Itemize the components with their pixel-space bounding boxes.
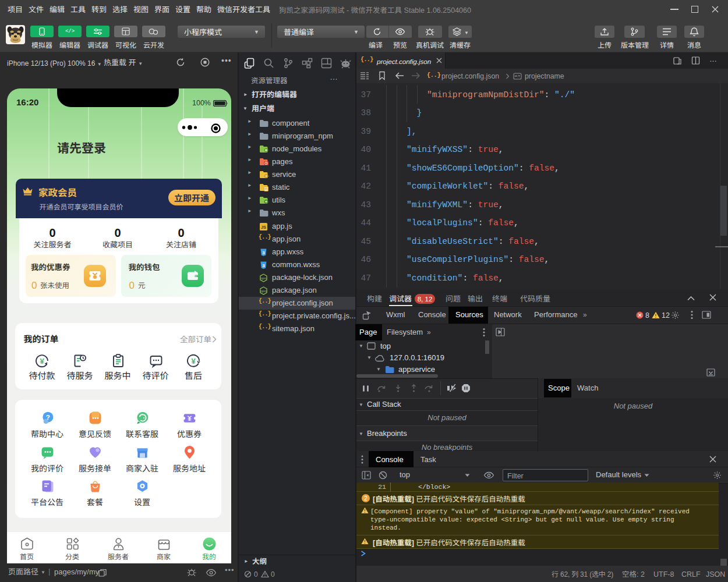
svg-text:3: 3	[262, 250, 265, 255]
svg-text:¥: ¥	[191, 357, 196, 365]
svg-text:¥: ¥	[40, 357, 44, 365]
svg-text:npm: npm	[260, 289, 267, 293]
svg-text:3: 3	[262, 263, 265, 268]
svg-text:JS: JS	[261, 225, 266, 230]
svg-text:npm: npm	[260, 276, 267, 280]
